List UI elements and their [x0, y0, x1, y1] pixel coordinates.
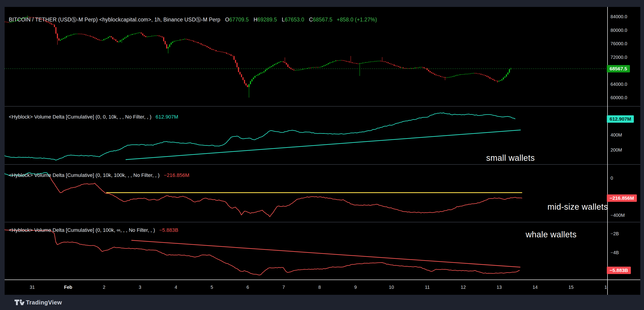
- change-value: +858.0 (+1.27%): [337, 17, 377, 23]
- close-label: C: [309, 17, 313, 23]
- symbol-title[interactable]: BITCOIN / TETHER (USDⓈ-M Perp) <hyblockc…: [9, 17, 220, 23]
- candlestick-layer[interactable]: [4, 15, 512, 98]
- indicator-title-whale-wallets[interactable]: <Hyblock> Volume Delta [Cumulative] (0, …: [9, 227, 178, 233]
- time-scale[interactable]: [4, 280, 608, 295]
- tradingview-window: { "header": { "symbol_title": "BITCOIN /…: [0, 0, 644, 310]
- indicator-value: 612.907M: [156, 114, 178, 120]
- tradingview-logo-icon[interactable]: [14, 299, 25, 306]
- annotation-whale-wallets[interactable]: whale wallets: [526, 230, 577, 239]
- chart-area[interactable]: BITCOIN / TETHER (USDⓈ-M Perp) <hyblockc…: [4, 7, 640, 295]
- indicator-title-text: <Hyblock> Volume Delta [Cumulative] (0, …: [9, 172, 160, 178]
- chart-canvas[interactable]: [4, 7, 640, 295]
- indicator-value: −5.883B: [159, 227, 178, 233]
- open-value: 67709.5: [229, 17, 249, 23]
- drawing-trendline-whale-wallets[interactable]: [132, 240, 520, 267]
- open-label: O: [225, 17, 229, 23]
- high-value: 69289.5: [258, 17, 277, 23]
- footer-bar: TradingView: [0, 295, 644, 310]
- indicator-title-small-wallets[interactable]: <Hyblock> Volume Delta [Cumulative] (0, …: [9, 114, 178, 120]
- low-label: L: [282, 17, 285, 23]
- mid-wallets-series[interactable]: [4, 172, 522, 217]
- indicator-value: −216.856M: [164, 172, 190, 178]
- annotation-mid-wallets[interactable]: mid-size wallets: [548, 202, 608, 212]
- tradingview-brand-text[interactable]: TradingView: [26, 299, 62, 306]
- indicator-title-mid-wallets[interactable]: <Hyblock> Volume Delta [Cumulative] (0, …: [9, 172, 190, 178]
- indicator-title-text: <Hyblock> Volume Delta [Cumulative] (0, …: [9, 114, 151, 120]
- indicator-title-text: <Hyblock> Volume Delta [Cumulative] (0, …: [9, 227, 155, 233]
- symbol-header[interactable]: BITCOIN / TETHER (USDⓈ-M Perp) <hyblockc…: [9, 16, 377, 23]
- low-value: 67653.0: [285, 17, 304, 23]
- annotation-small-wallets[interactable]: small wallets: [486, 153, 535, 163]
- high-label: H: [254, 17, 258, 23]
- drawing-trendline-small-wallets[interactable]: [126, 130, 521, 159]
- price-scale[interactable]: [608, 7, 640, 280]
- close-value: 68567.5: [313, 17, 333, 23]
- whale-wallets-series[interactable]: [4, 230, 520, 275]
